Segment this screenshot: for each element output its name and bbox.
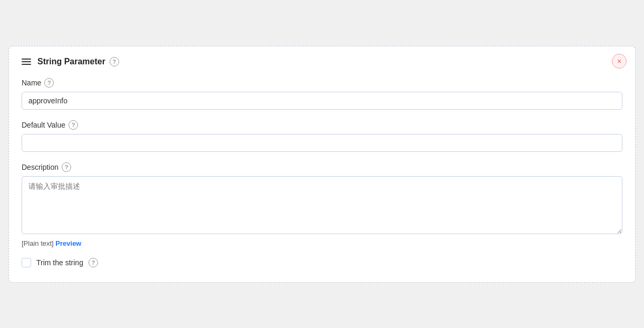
name-label: Name: [22, 79, 41, 87]
trim-checkbox[interactable]: [22, 258, 31, 267]
default-value-section: Default Value ?: [22, 120, 622, 152]
name-label-row: Name ?: [22, 78, 622, 88]
trim-label: Trim the string: [36, 258, 83, 267]
header-help-badge[interactable]: ?: [110, 57, 119, 66]
close-button[interactable]: ×: [612, 54, 627, 69]
name-help-badge[interactable]: ?: [44, 78, 54, 88]
trim-row: Trim the string ?: [22, 258, 622, 267]
menu-icon[interactable]: [22, 59, 31, 65]
hint-prefix: [Plain text]: [22, 239, 54, 247]
description-label-row: Description ?: [22, 162, 622, 172]
trim-help-badge[interactable]: ?: [89, 258, 98, 267]
default-value-label: Default Value: [22, 121, 65, 129]
description-section: Description ? [Plain text] Preview: [22, 162, 622, 247]
header-title: String Parameter: [37, 57, 105, 66]
preview-link[interactable]: Preview: [55, 239, 81, 247]
description-label: Description: [22, 163, 58, 171]
description-textarea[interactable]: [22, 176, 622, 234]
default-value-help-badge[interactable]: ?: [69, 120, 78, 130]
default-value-label-row: Default Value ?: [22, 120, 622, 130]
name-section: Name ?: [22, 78, 622, 110]
description-help-badge[interactable]: ?: [62, 162, 71, 172]
description-hint: [Plain text] Preview: [22, 239, 622, 247]
card-header: String Parameter ?: [22, 57, 622, 66]
default-value-input[interactable]: [22, 134, 622, 152]
string-parameter-card: String Parameter ? × Name ? Default Valu…: [8, 46, 636, 283]
name-input[interactable]: [22, 92, 622, 110]
